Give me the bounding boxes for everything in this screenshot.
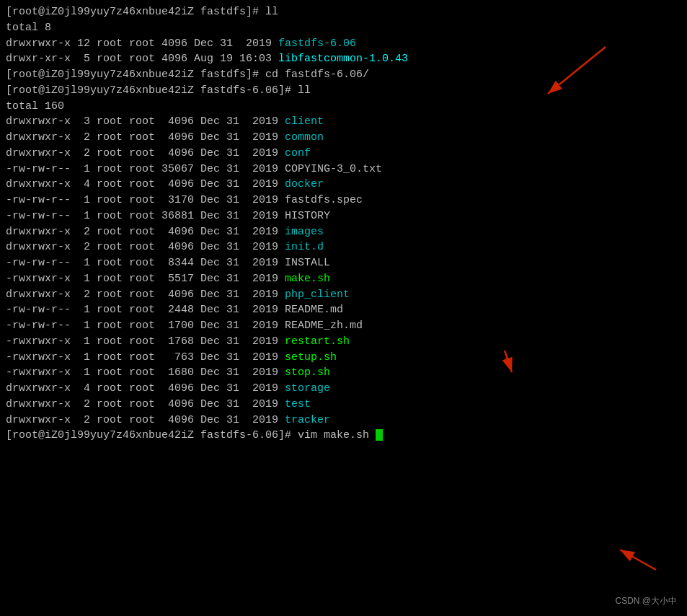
terminal-line: drwxrwxr-x 12 root root 4096 Dec 31 2019… (6, 36, 681, 52)
terminal-line: -rw-rw-r-- 1 root root 3170 Dec 31 2019 … (6, 193, 681, 208)
terminal-line: -rw-rw-r-- 1 root root 2448 Dec 31 2019 … (6, 302, 681, 318)
terminal-line: drwxrwxr-x 3 root root 4096 Dec 31 2019 … (6, 114, 681, 130)
dir-phpclient: php_client (285, 289, 350, 301)
terminal-line: total 160 (6, 99, 681, 115)
watermark: CSDN @大小中 (615, 595, 677, 607)
dir-test: test (285, 398, 311, 410)
terminal-line: drwxrwxr-x 2 root root 4096 Dec 31 2019 … (6, 130, 681, 146)
dir-client: client (285, 115, 324, 128)
terminal-line: -rwxrwxr-x 1 root root 1768 Dec 31 2019 … (6, 334, 681, 350)
terminal-line: drwxrwxr-x 4 root root 4096 Dec 31 2019 … (6, 381, 681, 397)
terminal-line: -rw-rw-r-- 1 root root 1700 Dec 31 2019 … (6, 318, 681, 334)
file-setupsh: setup.sh (285, 351, 337, 364)
dir-conf: conf (285, 147, 311, 159)
file-restartsh: restart.sh (285, 335, 350, 348)
terminal: [root@iZ0jl99yuy7z46xnbue42iZ fastdfs]# … (0, 0, 687, 616)
dir-docker: docker (285, 178, 324, 190)
terminal-line: -rw-rw-r-- 1 root root 8344 Dec 31 2019 … (6, 255, 681, 271)
svg-line-5 (620, 550, 656, 570)
terminal-line: drwxrwxr-x 2 root root 4096 Dec 31 2019 … (6, 397, 681, 413)
dir-common: common (285, 131, 324, 144)
terminal-line: drwxrwxr-x 4 root root 4096 Dec 31 2019 … (6, 177, 681, 193)
dir-libfastcommon: libfastcommon-1.0.43 (278, 53, 408, 65)
dir-images: images (285, 226, 324, 238)
file-stopsh: stop.sh (285, 366, 330, 379)
terminal-line: [root@iZ0jl99yuy7z46xnbue42iZ fastdfs]# … (6, 67, 681, 83)
terminal-line: drwxrwxr-x 2 root root 4096 Dec 31 2019 … (6, 224, 681, 240)
dir-storage: storage (285, 382, 330, 395)
dir-initd: init.d (285, 241, 324, 253)
terminal-line: drwxrwxr-x 2 root root 4096 Dec 31 2019 … (6, 413, 681, 428)
terminal-line: drwxrwxr-x 2 root root 4096 Dec 31 2019 … (6, 287, 681, 303)
file-makesh: make.sh (285, 273, 330, 285)
terminal-line: -rwxrwxr-x 1 root root 5517 Dec 31 2019 … (6, 271, 681, 287)
dir-fastdfs: fastdfs-6.06 (278, 38, 356, 50)
terminal-cursor (376, 429, 383, 441)
terminal-line: [root@iZ0jl99yuy7z46xnbue42iZ fastdfs]# … (6, 4, 681, 20)
terminal-line: -rw-rw-r-- 1 root root 35067 Dec 31 2019… (6, 162, 681, 177)
terminal-last-line: [root@iZ0jl99yuy7z46xnbue42iZ fastdfs-6.… (6, 428, 681, 444)
dir-tracker: tracker (285, 414, 330, 426)
terminal-line: [root@iZ0jl99yuy7z46xnbue42iZ fastdfs-6.… (6, 83, 681, 99)
terminal-line: -rwxrwxr-x 1 root root 763 Dec 31 2019 s… (6, 350, 681, 366)
terminal-line: -rwxrwxr-x 1 root root 1680 Dec 31 2019 … (6, 365, 681, 381)
terminal-line: total 8 (6, 20, 681, 36)
terminal-line: drwxr-xr-x 5 root root 4096 Aug 19 16:03… (6, 51, 681, 67)
terminal-line: -rw-rw-r-- 1 root root 36881 Dec 31 2019… (6, 208, 681, 224)
terminal-line: drwxrwxr-x 2 root root 4096 Dec 31 2019 … (6, 239, 681, 255)
terminal-line: drwxrwxr-x 2 root root 4096 Dec 31 2019 … (6, 146, 681, 162)
